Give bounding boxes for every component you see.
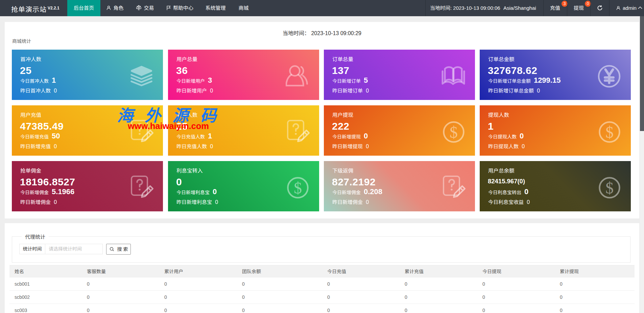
svg-text:$: $ (294, 179, 302, 197)
svg-text:$: $ (450, 123, 458, 141)
svg-text:$: $ (605, 123, 614, 141)
svg-text:$: $ (605, 179, 614, 197)
